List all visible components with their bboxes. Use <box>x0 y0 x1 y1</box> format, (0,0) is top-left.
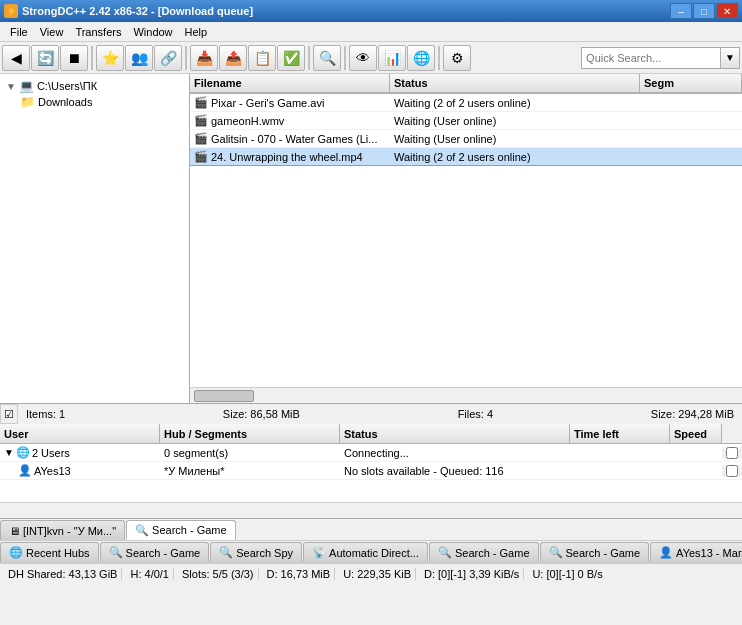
table-row[interactable]: 🎬 gameonH.wmv Waiting (User online) <box>190 112 742 130</box>
tab-search-game-2[interactable]: 🔍 Search - Game <box>100 542 210 562</box>
tab-auto-direct[interactable]: 📡 Automatic Direct... <box>303 542 428 562</box>
close-button[interactable]: ✕ <box>716 3 738 19</box>
quick-search-dropdown[interactable]: ▼ <box>721 47 740 69</box>
tab-search-game-1[interactable]: 🔍 Search - Game <box>126 520 236 540</box>
lower-row-check[interactable] <box>722 447 742 459</box>
tab-recent-hubs[interactable]: 🌐 Recent Hubs <box>0 542 99 562</box>
col-header-seg[interactable]: Segm <box>640 74 742 92</box>
quick-search-input[interactable] <box>581 47 721 69</box>
file-name-text: 24. Unwrapping the wheel.mp4 <box>211 151 363 163</box>
user-icon: 👤 <box>18 464 32 477</box>
title-bar-text: StrongDC++ 2.42 x86-32 - [Download queue… <box>22 5 253 17</box>
tab-label: Search - Game <box>152 524 227 536</box>
status-h: H: 4/0/1 <box>126 568 174 580</box>
maximize-button[interactable]: □ <box>693 3 715 19</box>
file-list-status: Items: 1 Size: 86,58 MiB Files: 4 Size: … <box>18 404 742 424</box>
file-icon: 🎬 <box>194 114 208 127</box>
lower-hub-cell: 0 segment(s) <box>160 447 340 459</box>
title-bar-left: ⚡ StrongDC++ 2.42 x86-32 - [Download que… <box>4 4 253 18</box>
tab-search-spy[interactable]: 🔍 Search Spy <box>210 542 302 562</box>
net-button[interactable]: 🌐 <box>407 45 435 71</box>
tab-icon: 🔍 <box>438 546 452 559</box>
file-name-cell: 🎬 Galitsin - 070 - Water Games (Li... <box>190 132 390 145</box>
lower-panel: User Hub / Segments Status Time left Spe… <box>0 424 742 519</box>
file-list-hscroll[interactable] <box>190 387 742 403</box>
lower-hscroll[interactable] <box>0 502 742 518</box>
list-item[interactable]: 👤 AYes13 *У Милены* No slots available -… <box>0 462 742 480</box>
tab-label: Search - Game <box>566 547 641 559</box>
tab-icon: 🖥 <box>9 525 20 537</box>
tree-root-label: C:\Users\ПК <box>37 80 97 92</box>
quick-search-area: ▼ <box>581 47 740 69</box>
tab-label: [INT]kvn - "У Ми..." <box>23 525 116 537</box>
tab-label: AYes13 - Магнит-хаб <box>676 547 742 559</box>
connect-button[interactable]: 🔗 <box>154 45 182 71</box>
file-status-cell: Waiting (User online) <box>390 133 640 145</box>
tree-root[interactable]: ▼ 💻 C:\Users\ПК <box>4 78 185 94</box>
col-header-filename[interactable]: Filename <box>190 74 390 92</box>
refresh-button[interactable]: 🔄 <box>31 45 59 71</box>
select-all-checkbox[interactable]: ☑ <box>0 404 18 424</box>
tree-downloads-icon: 📁 <box>20 95 35 109</box>
lower-row-check[interactable] <box>722 465 742 477</box>
favorites-button[interactable]: ⭐ <box>96 45 124 71</box>
finished-button[interactable]: ✅ <box>277 45 305 71</box>
menu-help[interactable]: Help <box>179 25 214 39</box>
file-icon: 🎬 <box>194 150 208 163</box>
stats-button[interactable]: 📊 <box>378 45 406 71</box>
table-row[interactable]: 🎬 Pixar - Geri's Game.avi Waiting (2 of … <box>190 94 742 112</box>
queue-button[interactable]: 📋 <box>248 45 276 71</box>
settings-button[interactable]: ⚙ <box>443 45 471 71</box>
file-name-text: Galitsin - 070 - Water Games (Li... <box>211 133 377 145</box>
main-area: ▼ 💻 C:\Users\ПК 📁 Downloads Filename Sta… <box>0 74 742 404</box>
col-header-status[interactable]: Status <box>390 74 640 92</box>
lower-status-cell: Connecting... <box>340 447 570 459</box>
lower-col-speed[interactable]: Speed <box>670 424 722 443</box>
tab-search-game-4[interactable]: 🔍 Search - Game <box>540 542 650 562</box>
file-icon: 🎬 <box>194 96 208 109</box>
tab-label: Recent Hubs <box>26 547 90 559</box>
file-tree: ▼ 💻 C:\Users\ПК 📁 Downloads <box>0 74 190 403</box>
lower-body: ▼ 🌐 2 Users 0 segment(s) Connecting... 👤… <box>0 444 742 502</box>
status-bar: DH Shared: 43,13 GiB H: 4/0/1 Slots: 5/5… <box>0 563 742 583</box>
tree-downloads-label: Downloads <box>38 96 92 108</box>
menu-view[interactable]: View <box>34 25 70 39</box>
upload-button[interactable]: 📤 <box>219 45 247 71</box>
lower-col-status[interactable]: Status <box>340 424 570 443</box>
toolbar-sep4 <box>344 46 346 70</box>
spy-button[interactable]: 👁 <box>349 45 377 71</box>
tab-ayes13[interactable]: 👤 AYes13 - Магнит-хаб <box>650 542 742 562</box>
lower-col-hub[interactable]: Hub / Segments <box>160 424 340 443</box>
file-name-cell: 🎬 24. Unwrapping the wheel.mp4 <box>190 150 390 163</box>
search-button[interactable]: 🔍 <box>313 45 341 71</box>
file-list-header: Filename Status Segm <box>190 74 742 94</box>
tab-label: Automatic Direct... <box>329 547 419 559</box>
list-item[interactable]: ▼ 🌐 2 Users 0 segment(s) Connecting... <box>0 444 742 462</box>
menu-file[interactable]: File <box>4 25 34 39</box>
stop-button[interactable]: ⏹ <box>60 45 88 71</box>
menu-window[interactable]: Window <box>127 25 178 39</box>
lower-col-user[interactable]: User <box>0 424 160 443</box>
file-status-cell: Waiting (2 of 2 users online) <box>390 97 640 109</box>
tree-downloads[interactable]: 📁 Downloads <box>18 94 185 110</box>
table-row[interactable]: 🎬 24. Unwrapping the wheel.mp4 Waiting (… <box>190 148 742 166</box>
menu-transfers[interactable]: Transfers <box>69 25 127 39</box>
lower-hub-cell: *У Милены* <box>160 465 340 477</box>
users-button[interactable]: 👥 <box>125 45 153 71</box>
lower-check-col <box>722 424 742 443</box>
tab-label: Search - Game <box>126 547 201 559</box>
status-slots: Slots: 5/5 (3/3) <box>178 568 259 580</box>
status-d: D: 16,73 MiB <box>263 568 336 580</box>
back-button[interactable]: ◀ <box>2 45 30 71</box>
tab-int-kvn[interactable]: 🖥 [INT]kvn - "У Ми..." <box>0 520 125 540</box>
lower-status-cell: No slots available - Queued: 116 <box>340 465 570 477</box>
lower-col-time[interactable]: Time left <box>570 424 670 443</box>
tab-icon: 👤 <box>659 546 673 559</box>
hscrollbar[interactable] <box>194 390 254 402</box>
minimize-button[interactable]: – <box>670 3 692 19</box>
tab-label: Search Spy <box>236 547 293 559</box>
tab-search-game-3[interactable]: 🔍 Search - Game <box>429 542 539 562</box>
download-button[interactable]: 📥 <box>190 45 218 71</box>
tree-folder-icon: 💻 <box>19 79 34 93</box>
table-row[interactable]: 🎬 Galitsin - 070 - Water Games (Li... Wa… <box>190 130 742 148</box>
